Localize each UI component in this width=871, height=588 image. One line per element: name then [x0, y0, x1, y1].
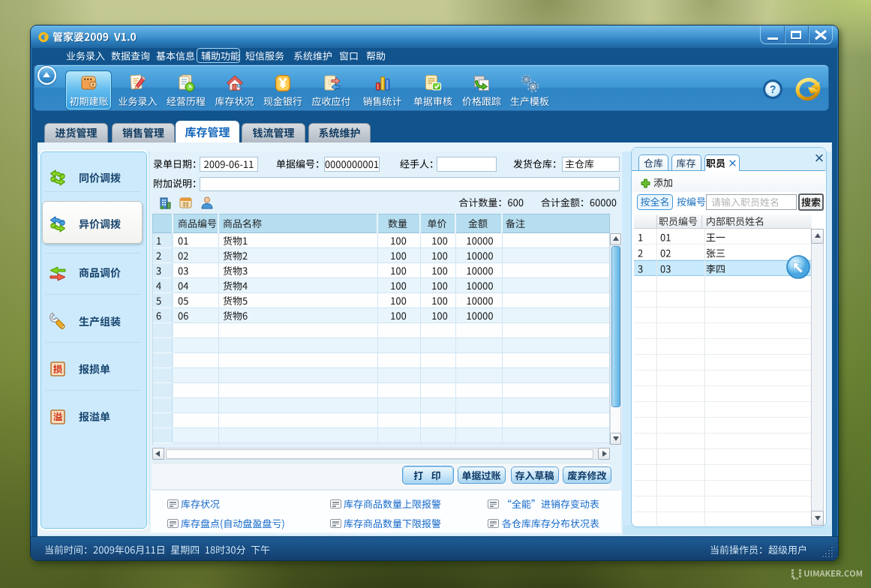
svg-text:?: ?: [770, 83, 776, 95]
